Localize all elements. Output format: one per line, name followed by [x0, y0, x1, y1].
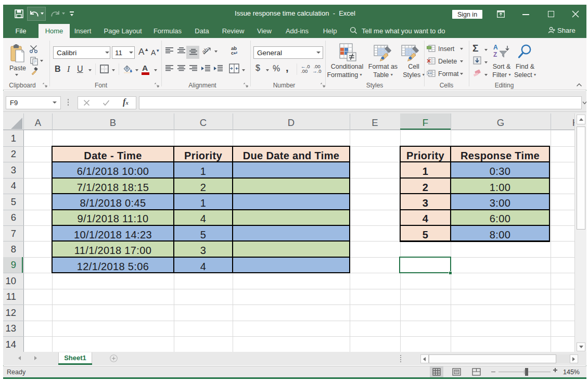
svg-text:A: A — [493, 44, 498, 51]
svg-text:Z: Z — [493, 51, 497, 58]
